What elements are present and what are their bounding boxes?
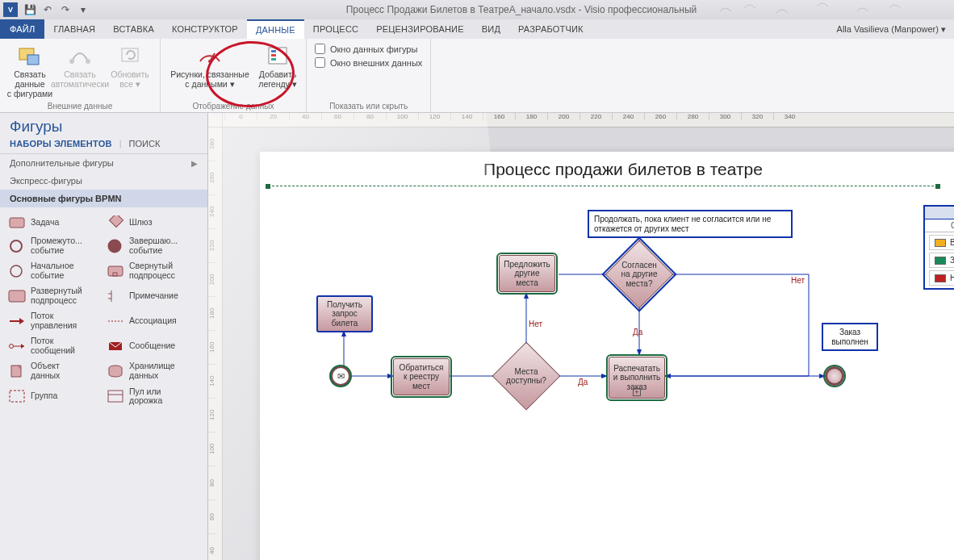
svg-point-15 — [10, 265, 22, 277]
annotation-loop[interactable]: Продолжать, пока клиент не согласится ил… — [588, 210, 793, 238]
ruler-vertical: 280260240220200180160140120100806040 — [208, 127, 223, 560]
group-label-show-hide: Показать или скрыть — [329, 100, 408, 111]
refresh-all-button[interactable]: Обновить все ▾ — [105, 42, 155, 100]
stencil-items: ЗадачаШлюзПромежуто... событиеЗавершаю..… — [0, 207, 207, 414]
drawing-page[interactable]: Процесс продажи билетов в театре — [260, 152, 954, 560]
shape-icon — [8, 339, 26, 353]
legend-row: Не начата — [929, 270, 954, 286]
svg-point-21 — [10, 344, 14, 348]
svg-rect-18 — [9, 290, 25, 302]
task-receive-request[interactable]: Получить запрос билета — [316, 295, 373, 332]
end-event[interactable] — [825, 366, 844, 386]
external-data-window-checkbox[interactable]: Окно внешних данных — [312, 56, 425, 69]
stencil-item[interactable]: Пул или дорожка — [102, 384, 200, 409]
stencil-item[interactable]: Примечание — [102, 283, 200, 308]
gateway-seats-available[interactable]: Места доступны? — [502, 352, 550, 400]
app-icon: V — [3, 2, 18, 17]
tab-insert[interactable]: ВСТАВКА — [104, 19, 163, 39]
undo-icon[interactable]: ↶ — [39, 2, 56, 18]
ribbon-group-show-hide: Окно данных фигуры Окно внешних данных П… — [307, 39, 431, 112]
link-auto-button[interactable]: Связать автоматически — [55, 42, 105, 100]
svg-rect-1 — [27, 55, 39, 65]
shape-data-window-checkbox[interactable]: Окно данных фигуры — [312, 42, 425, 56]
add-legend-button[interactable]: Добавить легенду ▾ — [254, 42, 301, 100]
redo-icon[interactable]: ↷ — [56, 2, 74, 18]
save-icon[interactable]: 💾 — [21, 2, 39, 18]
tab-design[interactable]: КОНСТРУКТОР — [163, 19, 247, 39]
stencil-item[interactable]: Развернутый подпроцесс — [3, 283, 102, 308]
flow-label-no: Нет — [529, 320, 542, 328]
legend-box[interactable]: Легенда Состояние ВыполнятсяЗавершенаНе … — [923, 205, 954, 290]
tab-view[interactable]: ВИД — [473, 19, 509, 39]
group-label-data-display: Отображение данных — [193, 100, 274, 111]
canvas-area[interactable]: 0204060801001201401601802002202402602803… — [208, 113, 954, 560]
task-offer-other-seats[interactable]: Предложить другие места — [499, 255, 555, 292]
tab-home[interactable]: ГЛАВНАЯ — [44, 19, 104, 39]
active-stencil[interactable]: Основные фигуры BPMN — [0, 190, 207, 207]
data-graphics-button[interactable]: Рисунки, связанные с данными ▾ — [165, 42, 254, 100]
task-print-fulfill[interactable]: Распечатать и выполнить заказ+ — [609, 357, 665, 399]
stencil-item[interactable]: Начальное событие — [3, 258, 102, 283]
user-account[interactable]: Alla Vasilieva (Manpower) ▾ — [829, 19, 954, 39]
ruler-corner — [208, 113, 223, 127]
stencil-item[interactable]: Группа — [3, 384, 102, 409]
legend-row: Выполнятся — [929, 235, 954, 250]
selection-guide — [268, 186, 938, 186]
more-shapes-link[interactable]: Дополнительные фигуры▶ — [0, 154, 207, 172]
shapes-tab-sets[interactable]: НАБОРЫ ЭЛЕМЕНТОВ — [10, 139, 112, 148]
shapes-panel: Фигуры НАБОРЫ ЭЛЕМЕНТОВ | ПОИСК Дополнит… — [0, 113, 208, 560]
diagram-title[interactable]: Процесс продажи билетов в театре — [260, 152, 954, 179]
shape-icon — [107, 364, 124, 378]
shape-icon — [107, 289, 124, 303]
shape-icon — [8, 389, 26, 403]
qat-customize-icon[interactable]: ▾ — [74, 2, 92, 18]
legend-sub: Состояние — [925, 219, 954, 232]
tab-file[interactable]: ФАЙЛ — [0, 19, 44, 39]
svg-rect-8 — [271, 50, 276, 52]
shape-icon — [8, 314, 26, 328]
ribbon-group-data-display: Рисунки, связанные с данными ▾ Добавить … — [161, 39, 307, 112]
svg-point-14 — [109, 240, 120, 252]
start-event[interactable]: ✉ — [331, 366, 350, 386]
shapes-panel-title: Фигуры — [0, 113, 207, 137]
legend-title: Легенда — [925, 207, 954, 219]
stencil-item[interactable]: Завершаю... событие — [102, 233, 200, 258]
stencil-item[interactable]: Промежуто... событие — [3, 233, 102, 258]
task-check-registry[interactable]: Обратиться к реестру мест — [393, 358, 450, 395]
svg-point-2 — [69, 59, 74, 64]
ruler-horizontal: 0204060801001201401601802002202402602803… — [223, 113, 954, 127]
tab-review[interactable]: РЕЦЕНЗИРОВАНИЕ — [367, 19, 473, 39]
link-data-to-shapes-button[interactable]: Связать данные с фигурами — [5, 42, 55, 100]
stencil-item[interactable]: Хранилище данных — [102, 358, 200, 383]
ribbon-group-external-data: Связать данные с фигурами Связать автома… — [0, 39, 161, 112]
tab-data[interactable]: ДАННЫЕ — [247, 19, 304, 39]
gateway-accepts-other[interactable]: Согласен на другие места? — [615, 250, 663, 299]
svg-rect-12 — [110, 215, 123, 227]
ribbon: Связать данные с фигурами Связать автома… — [0, 39, 954, 113]
stencil-item[interactable]: Свернутый подпроцесс — [102, 258, 200, 283]
tab-developer[interactable]: РАЗРАБОТЧИК — [509, 19, 592, 39]
note-order-done[interactable]: Заказ выполнен — [822, 323, 878, 351]
svg-rect-9 — [271, 54, 276, 56]
ribbon-tabs: ФАЙЛ ГЛАВНАЯ ВСТАВКА КОНСТРУКТОР ДАННЫЕ … — [0, 19, 954, 39]
stencil-item[interactable]: Поток сообщений — [3, 333, 102, 358]
shape-icon — [107, 239, 124, 253]
stencil-item[interactable]: Объект данных — [3, 358, 102, 383]
shape-icon — [107, 215, 124, 230]
svg-point-3 — [86, 59, 90, 64]
stencil-item[interactable]: Сообщение — [102, 333, 200, 358]
svg-rect-26 — [108, 391, 123, 402]
stencil-item[interactable]: Поток управления — [3, 308, 102, 333]
tab-process[interactable]: ПРОЦЕСС — [304, 19, 367, 39]
shape-icon — [8, 264, 26, 278]
svg-point-6 — [208, 60, 211, 63]
stencil-item[interactable]: Задача — [3, 212, 102, 233]
quick-shapes-link[interactable]: Экспресс-фигуры — [0, 172, 207, 190]
stencil-item[interactable]: Шлюз — [102, 212, 200, 233]
stencil-item[interactable]: Ассоциация — [102, 308, 200, 333]
shape-icon — [8, 289, 26, 303]
shapes-panel-tabs: НАБОРЫ ЭЛЕМЕНТОВ | ПОИСК — [0, 137, 207, 154]
svg-point-13 — [10, 240, 22, 252]
shapes-tab-search[interactable]: ПОИСК — [129, 139, 161, 148]
svg-rect-11 — [10, 218, 24, 228]
